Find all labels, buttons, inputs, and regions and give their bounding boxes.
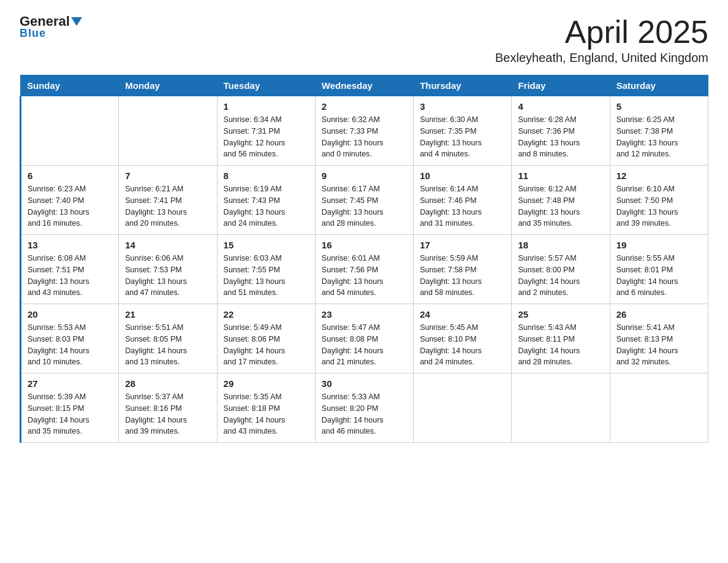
day-number: 28 bbox=[125, 378, 210, 389]
day-number: 10 bbox=[420, 170, 505, 181]
calendar-cell bbox=[512, 373, 610, 443]
day-number: 21 bbox=[125, 309, 210, 320]
calendar-cell: 5Sunrise: 6:25 AMSunset: 7:38 PMDaylight… bbox=[610, 96, 708, 166]
day-info: Sunrise: 6:19 AMSunset: 7:43 PMDaylight:… bbox=[224, 183, 309, 229]
logo: General Blue bbox=[20, 15, 82, 40]
day-info: Sunrise: 5:37 AMSunset: 8:16 PMDaylight:… bbox=[125, 391, 210, 437]
day-info: Sunrise: 6:21 AMSunset: 7:41 PMDaylight:… bbox=[125, 183, 210, 229]
page-title: April 2025 bbox=[495, 15, 708, 50]
day-info: Sunrise: 6:25 AMSunset: 7:38 PMDaylight:… bbox=[616, 114, 702, 160]
day-number: 3 bbox=[420, 101, 505, 112]
day-number: 27 bbox=[28, 378, 112, 389]
calendar-cell bbox=[610, 373, 708, 443]
day-number: 14 bbox=[125, 240, 210, 250]
calendar-cell: 20Sunrise: 5:53 AMSunset: 8:03 PMDayligh… bbox=[21, 304, 119, 373]
calendar-header-row: SundayMondayTuesdayWednesdayThursdayFrid… bbox=[21, 75, 708, 96]
subtitle: Bexleyheath, England, United Kingdom bbox=[495, 51, 708, 65]
day-info: Sunrise: 6:06 AMSunset: 7:53 PMDaylight:… bbox=[125, 253, 210, 299]
day-info: Sunrise: 6:14 AMSunset: 7:46 PMDaylight:… bbox=[420, 183, 505, 229]
calendar-cell: 26Sunrise: 5:41 AMSunset: 8:13 PMDayligh… bbox=[610, 304, 708, 373]
calendar-cell: 19Sunrise: 5:55 AMSunset: 8:01 PMDayligh… bbox=[610, 235, 708, 304]
day-number: 25 bbox=[518, 309, 603, 320]
day-number: 19 bbox=[616, 240, 702, 250]
calendar-cell bbox=[21, 96, 119, 166]
day-info: Sunrise: 5:43 AMSunset: 8:11 PMDaylight:… bbox=[518, 322, 603, 368]
day-info: Sunrise: 6:03 AMSunset: 7:55 PMDaylight:… bbox=[224, 253, 309, 299]
day-number: 2 bbox=[322, 101, 407, 112]
day-number: 18 bbox=[518, 240, 603, 250]
day-number: 4 bbox=[518, 101, 603, 112]
day-number: 5 bbox=[616, 101, 702, 112]
day-info: Sunrise: 6:30 AMSunset: 7:35 PMDaylight:… bbox=[420, 114, 505, 160]
calendar-cell: 7Sunrise: 6:21 AMSunset: 7:41 PMDaylight… bbox=[119, 166, 217, 235]
calendar-cell: 6Sunrise: 6:23 AMSunset: 7:40 PMDaylight… bbox=[21, 166, 119, 235]
calendar-cell: 14Sunrise: 6:06 AMSunset: 7:53 PMDayligh… bbox=[119, 235, 217, 304]
calendar-cell: 11Sunrise: 6:12 AMSunset: 7:48 PMDayligh… bbox=[512, 166, 610, 235]
day-number: 17 bbox=[420, 240, 505, 250]
calendar-cell: 30Sunrise: 5:33 AMSunset: 8:20 PMDayligh… bbox=[315, 373, 413, 443]
day-info: Sunrise: 5:41 AMSunset: 8:13 PMDaylight:… bbox=[616, 322, 702, 368]
calendar-cell: 22Sunrise: 5:49 AMSunset: 8:06 PMDayligh… bbox=[217, 304, 315, 373]
day-number: 23 bbox=[322, 309, 407, 320]
calendar-cell: 3Sunrise: 6:30 AMSunset: 7:35 PMDaylight… bbox=[414, 96, 512, 166]
header: General Blue April 2025 Bexleyheath, Eng… bbox=[20, 15, 708, 65]
day-info: Sunrise: 6:10 AMSunset: 7:50 PMDaylight:… bbox=[616, 183, 702, 229]
day-number: 13 bbox=[28, 240, 112, 250]
column-header-thursday: Thursday bbox=[414, 75, 512, 96]
day-number: 24 bbox=[420, 309, 505, 320]
calendar-cell: 12Sunrise: 6:10 AMSunset: 7:50 PMDayligh… bbox=[610, 166, 708, 235]
logo-general: General bbox=[20, 15, 70, 28]
day-info: Sunrise: 6:32 AMSunset: 7:33 PMDaylight:… bbox=[322, 114, 407, 160]
calendar-cell: 10Sunrise: 6:14 AMSunset: 7:46 PMDayligh… bbox=[414, 166, 512, 235]
day-info: Sunrise: 6:08 AMSunset: 7:51 PMDaylight:… bbox=[28, 253, 112, 299]
day-number: 6 bbox=[28, 170, 112, 181]
calendar-cell: 28Sunrise: 5:37 AMSunset: 8:16 PMDayligh… bbox=[119, 373, 217, 443]
calendar-cell: 9Sunrise: 6:17 AMSunset: 7:45 PMDaylight… bbox=[315, 166, 413, 235]
calendar-cell: 27Sunrise: 5:39 AMSunset: 8:15 PMDayligh… bbox=[21, 373, 119, 443]
day-number: 29 bbox=[224, 378, 309, 389]
day-info: Sunrise: 5:39 AMSunset: 8:15 PMDaylight:… bbox=[28, 391, 112, 437]
calendar-cell: 24Sunrise: 5:45 AMSunset: 8:10 PMDayligh… bbox=[414, 304, 512, 373]
calendar-cell: 2Sunrise: 6:32 AMSunset: 7:33 PMDaylight… bbox=[315, 96, 413, 166]
calendar-cell: 1Sunrise: 6:34 AMSunset: 7:31 PMDaylight… bbox=[217, 96, 315, 166]
week-row-3: 13Sunrise: 6:08 AMSunset: 7:51 PMDayligh… bbox=[21, 235, 708, 304]
title-block: April 2025 Bexleyheath, England, United … bbox=[495, 15, 708, 65]
day-info: Sunrise: 5:33 AMSunset: 8:20 PMDaylight:… bbox=[322, 391, 407, 437]
day-info: Sunrise: 5:57 AMSunset: 8:00 PMDaylight:… bbox=[518, 253, 603, 299]
day-info: Sunrise: 6:23 AMSunset: 7:40 PMDaylight:… bbox=[28, 183, 112, 229]
day-number: 15 bbox=[224, 240, 309, 250]
calendar-cell: 13Sunrise: 6:08 AMSunset: 7:51 PMDayligh… bbox=[21, 235, 119, 304]
calendar: SundayMondayTuesdayWednesdayThursdayFrid… bbox=[20, 75, 708, 443]
day-info: Sunrise: 5:59 AMSunset: 7:58 PMDaylight:… bbox=[420, 253, 505, 299]
day-number: 7 bbox=[125, 170, 210, 181]
logo-blue: Blue bbox=[20, 27, 46, 40]
calendar-cell: 15Sunrise: 6:03 AMSunset: 7:55 PMDayligh… bbox=[217, 235, 315, 304]
calendar-cell: 16Sunrise: 6:01 AMSunset: 7:56 PMDayligh… bbox=[315, 235, 413, 304]
week-row-4: 20Sunrise: 5:53 AMSunset: 8:03 PMDayligh… bbox=[21, 304, 708, 373]
week-row-1: 1Sunrise: 6:34 AMSunset: 7:31 PMDaylight… bbox=[21, 96, 708, 166]
day-info: Sunrise: 6:12 AMSunset: 7:48 PMDaylight:… bbox=[518, 183, 603, 229]
day-number: 30 bbox=[322, 378, 407, 389]
calendar-cell: 17Sunrise: 5:59 AMSunset: 7:58 PMDayligh… bbox=[414, 235, 512, 304]
week-row-5: 27Sunrise: 5:39 AMSunset: 8:15 PMDayligh… bbox=[21, 373, 708, 443]
calendar-cell: 21Sunrise: 5:51 AMSunset: 8:05 PMDayligh… bbox=[119, 304, 217, 373]
column-header-monday: Monday bbox=[119, 75, 217, 96]
column-header-tuesday: Tuesday bbox=[217, 75, 315, 96]
day-info: Sunrise: 5:35 AMSunset: 8:18 PMDaylight:… bbox=[224, 391, 309, 437]
day-number: 22 bbox=[224, 309, 309, 320]
calendar-cell: 29Sunrise: 5:35 AMSunset: 8:18 PMDayligh… bbox=[217, 373, 315, 443]
day-number: 16 bbox=[322, 240, 407, 250]
calendar-cell: 8Sunrise: 6:19 AMSunset: 7:43 PMDaylight… bbox=[217, 166, 315, 235]
day-info: Sunrise: 5:47 AMSunset: 8:08 PMDaylight:… bbox=[322, 322, 407, 368]
day-info: Sunrise: 6:17 AMSunset: 7:45 PMDaylight:… bbox=[322, 183, 407, 229]
day-number: 9 bbox=[322, 170, 407, 181]
day-info: Sunrise: 6:01 AMSunset: 7:56 PMDaylight:… bbox=[322, 253, 407, 299]
calendar-cell bbox=[414, 373, 512, 443]
day-number: 1 bbox=[224, 101, 309, 112]
column-header-sunday: Sunday bbox=[21, 75, 119, 96]
week-row-2: 6Sunrise: 6:23 AMSunset: 7:40 PMDaylight… bbox=[21, 166, 708, 235]
day-number: 26 bbox=[616, 309, 702, 320]
day-number: 11 bbox=[518, 170, 603, 181]
day-info: Sunrise: 5:51 AMSunset: 8:05 PMDaylight:… bbox=[125, 322, 210, 368]
column-header-friday: Friday bbox=[512, 75, 610, 96]
